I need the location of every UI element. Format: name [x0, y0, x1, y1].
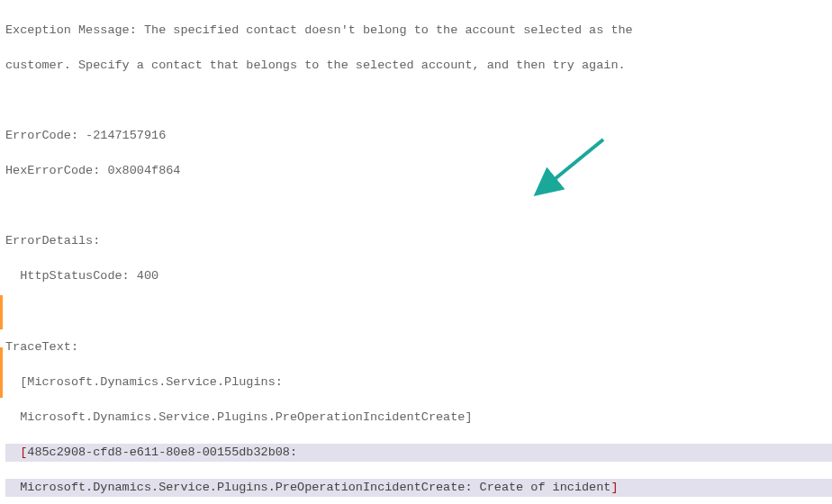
log-line [5, 92, 832, 110]
log-line [5, 303, 832, 321]
log-line: [Microsoft.Dynamics.Service.Plugins: [5, 374, 832, 392]
log-line: Microsoft.Dynamics.Service.Plugins.PreOp… [5, 409, 832, 427]
log-line: TraceText: [5, 338, 832, 356]
annotation-arrow-icon [536, 135, 608, 196]
log-line: HttpStatusCode: 400 [5, 267, 832, 285]
highlighted-log-line: [485c2908-cfd8-e611-80e8-00155db32b08: [5, 444, 832, 462]
log-line: ErrorDetails: [5, 232, 832, 250]
gutter-marker [0, 295, 3, 329]
log-line: ErrorCode: -2147157916 [5, 127, 832, 145]
log-line: HexErrorCode: 0x8004f864 [5, 162, 832, 180]
log-text-block: Exception Message: The specified contact… [0, 0, 832, 504]
bracket-open: [ [5, 446, 27, 459]
log-line [5, 197, 832, 215]
highlighted-text: 485c2908-cfd8-e611-80e8-00155db32b08: [27, 446, 297, 459]
highlighted-text: Microsoft.Dynamics.Service.Plugins.PreOp… [5, 481, 610, 494]
bracket-close: ] [610, 481, 618, 494]
svg-line-0 [545, 140, 603, 187]
log-line: Exception Message: The specified contact… [5, 22, 832, 40]
log-line: customer. Specify a contact that belongs… [5, 57, 832, 75]
highlighted-log-line: Microsoft.Dynamics.Service.Plugins.PreOp… [5, 479, 832, 497]
gutter-marker [0, 347, 3, 398]
